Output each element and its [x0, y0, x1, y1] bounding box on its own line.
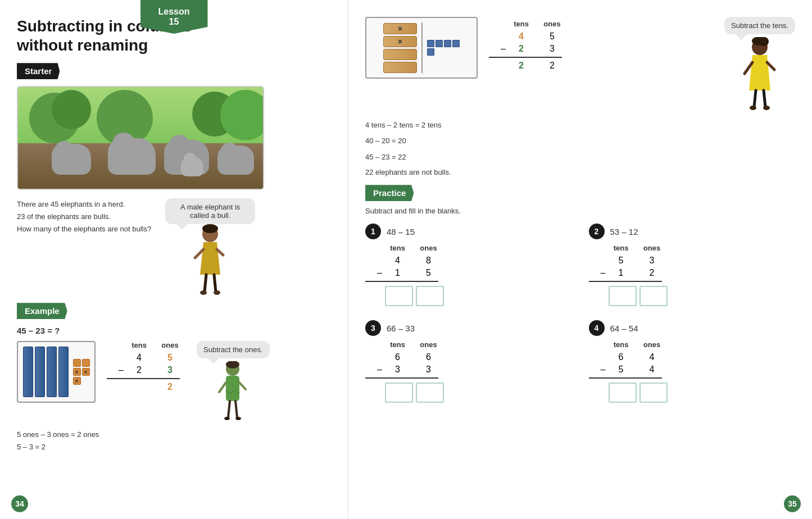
svg-line-14 — [228, 401, 230, 417]
answer-box-4-ones[interactable] — [639, 383, 668, 403]
svg-point-20 — [760, 37, 769, 46]
svg-line-15 — [235, 401, 237, 417]
problem-3-number: 3 — [365, 320, 381, 336]
problem-text: There are 45 elephants in a herd. 23 of … — [17, 198, 151, 235]
answer-box-3-ones[interactable] — [416, 383, 444, 403]
svg-point-26 — [750, 106, 756, 110]
page-spread: Lesson 15 Subtracting in columns without… — [0, 0, 812, 519]
problem-2-number: 2 — [589, 224, 605, 239]
conclusion-text: 22 elephants are not bulls. — [365, 168, 795, 176]
example-equation: 45 – 23 = ? — [17, 326, 331, 335]
answer-box-4-tens[interactable] — [609, 383, 637, 403]
answer-box-1-tens[interactable] — [385, 286, 413, 306]
example-blocks: × × × — [17, 341, 96, 403]
svg-point-8 — [214, 290, 220, 295]
svg-line-12 — [219, 383, 226, 392]
svg-rect-11 — [226, 376, 239, 401]
svg-line-25 — [764, 90, 765, 107]
example-speech-bubble: Subtract the ones. — [197, 341, 270, 358]
starter-header: Starter — [17, 63, 60, 79]
svg-marker-21 — [749, 55, 770, 90]
svg-point-1 — [202, 224, 218, 233]
speech-bubble-bull: A male elephant is called a bull. — [165, 198, 255, 224]
top-example-section: × × — [365, 17, 795, 110]
problem-1-number: 1 — [365, 224, 381, 239]
practice-problems-grid: 1 48 – 15 tens ones 4 8 — [365, 224, 795, 403]
elephant-illustration — [17, 86, 264, 190]
svg-line-13 — [239, 383, 246, 389]
answer-box-2-ones[interactable] — [639, 286, 668, 306]
svg-marker-2 — [200, 242, 220, 275]
lesson-badge: Lesson 15 — [140, 0, 208, 34]
teacher-figure-example — [217, 361, 248, 423]
problem-3: 3 66 – 33 tens ones 6 6 — [365, 320, 572, 403]
problem-2-equation: 53 – 12 — [610, 227, 638, 236]
top-speech-bubble: Subtract the tens. — [724, 17, 795, 34]
problem-4: 4 64 – 54 tens ones 6 4 — [589, 320, 796, 403]
practice-header: Practice — [365, 185, 414, 201]
problem-4-number: 4 — [589, 320, 605, 336]
example-column-table: tens ones 4 5 – 2 3 — [107, 341, 185, 393]
right-page: × × — [348, 0, 812, 519]
problem-1-equation: 48 – 15 — [387, 227, 415, 236]
bottom-notes: 5 ones – 3 ones = 2 ones 5 – 3 = 2 — [17, 429, 331, 453]
svg-point-27 — [763, 106, 770, 110]
page-number-right: 35 — [784, 495, 801, 512]
example-section: Example 45 – 23 = ? — [17, 303, 331, 453]
teacher-figure-left — [192, 224, 229, 297]
top-blocks: × × — [365, 17, 478, 79]
practice-instructions: Subtract and fill in the blanks. — [365, 207, 795, 215]
svg-point-7 — [200, 290, 207, 295]
problem-2: 2 53 – 12 tens ones 5 3 — [589, 224, 796, 306]
problem-3-equation: 66 – 33 — [387, 324, 415, 333]
answer-box-2-tens[interactable] — [609, 286, 637, 306]
svg-point-17 — [235, 417, 241, 420]
svg-line-24 — [754, 90, 756, 107]
answer-box-3-tens[interactable] — [385, 383, 413, 403]
svg-line-6 — [214, 275, 216, 292]
teacher-figure-right — [742, 37, 778, 110]
top-column-table: tens ones 4 5 – 2 3 2 2 — [489, 20, 568, 72]
svg-point-16 — [224, 417, 230, 420]
answer-box-1-ones[interactable] — [416, 286, 444, 306]
problem-4-equation: 64 – 54 — [610, 324, 638, 333]
page-number-left: 34 — [11, 495, 28, 512]
svg-line-5 — [205, 275, 206, 292]
example-header: Example — [17, 303, 67, 319]
problem-1: 1 48 – 15 tens ones 4 8 — [365, 224, 572, 306]
left-page: Lesson 15 Subtracting in columns without… — [0, 0, 348, 519]
subtraction-text-block: 4 tens – 2 tens = 2 tens 40 – 20 = 20 45… — [365, 119, 795, 163]
